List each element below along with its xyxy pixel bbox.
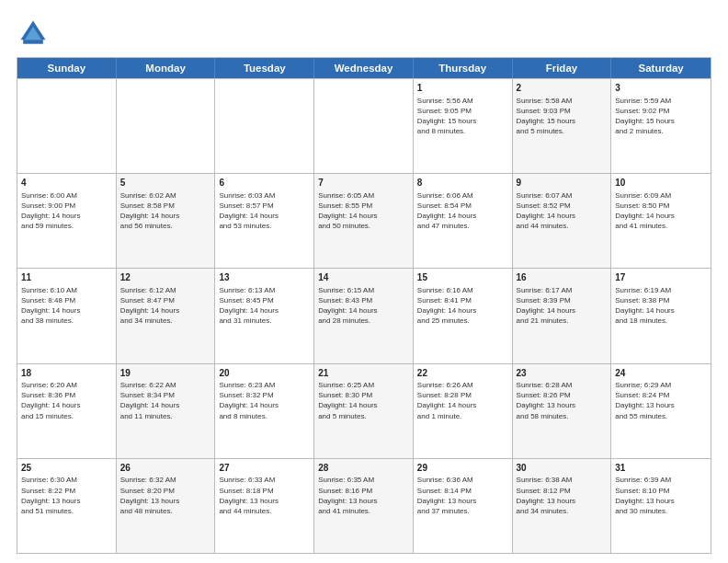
day-number: 10 (615, 177, 707, 190)
calendar-cell: 23Sunrise: 6:28 AM Sunset: 8:26 PM Dayli… (513, 364, 612, 458)
day-info: Sunrise: 6:28 AM Sunset: 8:26 PM Dayligh… (517, 380, 608, 421)
day-number: 21 (318, 367, 409, 380)
day-number: 13 (219, 271, 310, 284)
logo (17, 17, 55, 50)
day-number: 29 (417, 462, 508, 475)
weekday-header: Thursday (414, 58, 513, 78)
day-number: 8 (417, 177, 508, 190)
calendar-cell: 25Sunrise: 6:30 AM Sunset: 8:22 PM Dayli… (17, 459, 117, 553)
calendar-row: 25Sunrise: 6:30 AM Sunset: 8:22 PM Dayli… (17, 458, 711, 553)
calendar-cell: 11Sunrise: 6:10 AM Sunset: 8:48 PM Dayli… (17, 269, 117, 362)
calendar-cell: 17Sunrise: 6:19 AM Sunset: 8:38 PM Dayli… (611, 269, 711, 362)
day-number: 20 (219, 367, 310, 380)
calendar-cell (314, 79, 414, 173)
day-info: Sunrise: 6:06 AM Sunset: 8:54 PM Dayligh… (417, 190, 508, 232)
day-number: 15 (417, 271, 508, 284)
calendar-cell: 1Sunrise: 5:56 AM Sunset: 9:05 PM Daylig… (414, 79, 513, 173)
day-number: 5 (120, 177, 211, 190)
day-info: Sunrise: 5:56 AM Sunset: 9:05 PM Dayligh… (417, 96, 508, 137)
day-info: Sunrise: 6:20 AM Sunset: 8:36 PM Dayligh… (21, 380, 112, 421)
weekday-header: Monday (117, 58, 216, 78)
calendar-cell: 15Sunrise: 6:16 AM Sunset: 8:41 PM Dayli… (414, 269, 513, 362)
day-info: Sunrise: 6:19 AM Sunset: 8:38 PM Dayligh… (615, 285, 707, 327)
day-number: 23 (517, 367, 608, 380)
day-number: 14 (318, 271, 409, 284)
day-number: 27 (219, 462, 310, 475)
day-number: 3 (615, 82, 707, 95)
day-number: 31 (615, 462, 707, 475)
day-info: Sunrise: 5:58 AM Sunset: 9:03 PM Dayligh… (517, 96, 608, 137)
calendar-header: SundayMondayTuesdayWednesdayThursdayFrid… (17, 58, 711, 78)
calendar-cell: 2Sunrise: 5:58 AM Sunset: 9:03 PM Daylig… (513, 79, 612, 173)
day-info: Sunrise: 6:09 AM Sunset: 8:50 PM Dayligh… (615, 190, 707, 232)
calendar-cell: 24Sunrise: 6:29 AM Sunset: 8:24 PM Dayli… (611, 364, 711, 458)
calendar-row: 1Sunrise: 5:56 AM Sunset: 9:05 PM Daylig… (17, 78, 711, 173)
day-number: 28 (318, 462, 409, 475)
day-info: Sunrise: 6:29 AM Sunset: 8:24 PM Dayligh… (615, 380, 707, 421)
day-number: 26 (120, 462, 211, 475)
day-info: Sunrise: 6:35 AM Sunset: 8:16 PM Dayligh… (318, 475, 409, 516)
calendar-cell: 30Sunrise: 6:38 AM Sunset: 8:12 PM Dayli… (513, 459, 612, 553)
header (17, 17, 711, 50)
day-number: 6 (219, 177, 310, 190)
calendar-cell (117, 79, 216, 173)
day-number: 18 (21, 367, 112, 380)
day-info: Sunrise: 6:00 AM Sunset: 9:00 PM Dayligh… (21, 190, 112, 232)
day-number: 9 (517, 177, 608, 190)
calendar-row: 18Sunrise: 6:20 AM Sunset: 8:36 PM Dayli… (17, 363, 711, 458)
day-number: 12 (120, 271, 211, 284)
day-info: Sunrise: 6:07 AM Sunset: 8:52 PM Dayligh… (517, 190, 608, 232)
weekday-header: Wednesday (314, 58, 414, 78)
calendar-row: 4Sunrise: 6:00 AM Sunset: 9:00 PM Daylig… (17, 173, 711, 268)
day-info: Sunrise: 6:15 AM Sunset: 8:43 PM Dayligh… (318, 285, 409, 327)
day-info: Sunrise: 6:32 AM Sunset: 8:20 PM Dayligh… (120, 475, 211, 516)
day-number: 11 (21, 271, 112, 284)
calendar-cell: 5Sunrise: 6:02 AM Sunset: 8:58 PM Daylig… (117, 174, 216, 268)
day-number: 16 (517, 271, 608, 284)
calendar-cell: 27Sunrise: 6:33 AM Sunset: 8:18 PM Dayli… (215, 459, 314, 553)
day-number: 2 (517, 82, 608, 95)
calendar: SundayMondayTuesdayWednesdayThursdayFrid… (17, 57, 711, 554)
day-info: Sunrise: 6:23 AM Sunset: 8:32 PM Dayligh… (219, 380, 310, 421)
weekday-header: Friday (513, 58, 612, 78)
weekday-header: Sunday (17, 58, 117, 78)
calendar-cell: 21Sunrise: 6:25 AM Sunset: 8:30 PM Dayli… (314, 364, 414, 458)
calendar-cell: 7Sunrise: 6:05 AM Sunset: 8:55 PM Daylig… (314, 174, 414, 268)
calendar-cell: 14Sunrise: 6:15 AM Sunset: 8:43 PM Dayli… (314, 269, 414, 362)
calendar-cell: 28Sunrise: 6:35 AM Sunset: 8:16 PM Dayli… (314, 459, 414, 553)
day-info: Sunrise: 6:33 AM Sunset: 8:18 PM Dayligh… (219, 475, 310, 516)
calendar-cell: 8Sunrise: 6:06 AM Sunset: 8:54 PM Daylig… (414, 174, 513, 268)
day-number: 4 (21, 177, 112, 190)
day-info: Sunrise: 6:12 AM Sunset: 8:47 PM Dayligh… (120, 285, 211, 327)
calendar-cell: 4Sunrise: 6:00 AM Sunset: 9:00 PM Daylig… (17, 174, 117, 268)
day-info: Sunrise: 6:13 AM Sunset: 8:45 PM Dayligh… (219, 285, 310, 327)
calendar-cell: 16Sunrise: 6:17 AM Sunset: 8:39 PM Dayli… (513, 269, 612, 362)
calendar-cell: 3Sunrise: 5:59 AM Sunset: 9:02 PM Daylig… (611, 79, 711, 173)
day-info: Sunrise: 6:36 AM Sunset: 8:14 PM Dayligh… (417, 475, 508, 516)
calendar-cell (17, 79, 117, 173)
day-info: Sunrise: 6:30 AM Sunset: 8:22 PM Dayligh… (21, 475, 112, 516)
day-info: Sunrise: 6:26 AM Sunset: 8:28 PM Dayligh… (417, 380, 508, 421)
day-info: Sunrise: 6:16 AM Sunset: 8:41 PM Dayligh… (417, 285, 508, 327)
calendar-cell: 13Sunrise: 6:13 AM Sunset: 8:45 PM Dayli… (215, 269, 314, 362)
day-info: Sunrise: 6:38 AM Sunset: 8:12 PM Dayligh… (517, 475, 608, 516)
calendar-cell: 29Sunrise: 6:36 AM Sunset: 8:14 PM Dayli… (414, 459, 513, 553)
day-number: 30 (517, 462, 608, 475)
calendar-row: 11Sunrise: 6:10 AM Sunset: 8:48 PM Dayli… (17, 268, 711, 362)
day-number: 17 (615, 271, 707, 284)
calendar-cell: 9Sunrise: 6:07 AM Sunset: 8:52 PM Daylig… (513, 174, 612, 268)
calendar-cell: 18Sunrise: 6:20 AM Sunset: 8:36 PM Dayli… (17, 364, 117, 458)
day-number: 24 (615, 367, 707, 380)
day-info: Sunrise: 6:17 AM Sunset: 8:39 PM Dayligh… (517, 285, 608, 327)
calendar-cell: 26Sunrise: 6:32 AM Sunset: 8:20 PM Dayli… (117, 459, 216, 553)
day-info: Sunrise: 6:03 AM Sunset: 8:57 PM Dayligh… (219, 190, 310, 232)
calendar-cell: 31Sunrise: 6:39 AM Sunset: 8:10 PM Dayli… (611, 459, 711, 553)
calendar-cell: 12Sunrise: 6:12 AM Sunset: 8:47 PM Dayli… (117, 269, 216, 362)
day-info: Sunrise: 6:25 AM Sunset: 8:30 PM Dayligh… (318, 380, 409, 421)
weekday-header: Tuesday (215, 58, 314, 78)
calendar-cell: 6Sunrise: 6:03 AM Sunset: 8:57 PM Daylig… (215, 174, 314, 268)
day-info: Sunrise: 5:59 AM Sunset: 9:02 PM Dayligh… (615, 96, 707, 137)
calendar-body: 1Sunrise: 5:56 AM Sunset: 9:05 PM Daylig… (17, 78, 711, 553)
calendar-cell: 19Sunrise: 6:22 AM Sunset: 8:34 PM Dayli… (117, 364, 216, 458)
day-number: 19 (120, 367, 211, 380)
